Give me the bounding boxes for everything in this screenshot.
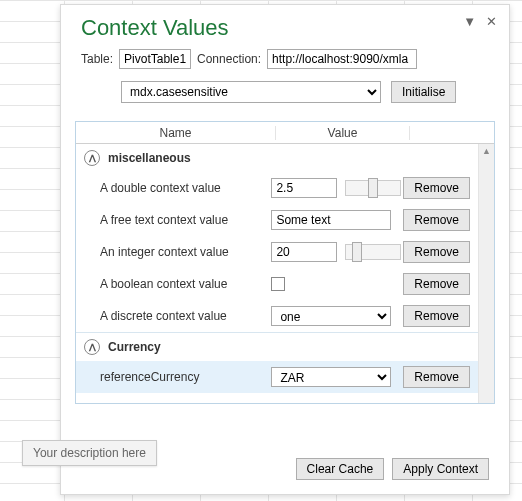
table-row: A discrete context value one Remove <box>76 300 494 332</box>
apply-context-button[interactable]: Apply Context <box>392 458 489 480</box>
context-values-pane: Context Values ▼ ✕ Table: Connection: md… <box>60 4 510 495</box>
discrete-select[interactable]: one <box>271 306 391 326</box>
close-icon[interactable]: ✕ <box>486 15 497 28</box>
grid-body: ▲ ᐱ miscellaneous A double context value… <box>76 144 494 403</box>
group-label-misc: miscellaneous <box>108 151 191 165</box>
row-name: A double context value <box>92 181 271 195</box>
row-name: referenceCurrency <box>92 370 271 384</box>
table-input[interactable] <box>119 49 191 69</box>
double-value-input[interactable] <box>271 178 337 198</box>
dropdown-icon[interactable]: ▼ <box>463 15 476 28</box>
table-row: A boolean context value Remove <box>76 268 494 300</box>
text-value-input[interactable] <box>271 210 391 230</box>
group-header-currency: ᐱ Currency <box>76 333 494 361</box>
table-label: Table: <box>81 52 113 66</box>
tooltip: Your description here <box>22 440 157 466</box>
chevron-up-icon[interactable]: ᐱ <box>84 339 100 355</box>
connection-label: Connection: <box>197 52 261 66</box>
integer-slider[interactable] <box>345 244 401 260</box>
column-name-header: Name <box>76 126 276 140</box>
remove-button[interactable]: Remove <box>403 366 470 388</box>
scroll-up-icon[interactable]: ▲ <box>479 144 494 158</box>
clear-cache-button[interactable]: Clear Cache <box>296 458 385 480</box>
table-row: A double context value Remove <box>76 172 494 204</box>
table-connection-row: Table: Connection: <box>81 49 493 69</box>
footer-buttons: Clear Cache Apply Context <box>296 458 489 480</box>
table-row: A free text context value Remove <box>76 204 494 236</box>
remove-button[interactable]: Remove <box>403 241 470 263</box>
column-value-header: Value <box>276 126 410 140</box>
group-label-currency: Currency <box>108 340 161 354</box>
group-header-misc: ᐱ miscellaneous <box>76 144 494 172</box>
property-select[interactable]: mdx.casesensitive <box>121 81 381 103</box>
row-name: A discrete context value <box>92 309 271 323</box>
integer-value-input[interactable] <box>271 242 337 262</box>
scrollbar[interactable]: ▲ <box>478 144 494 403</box>
boolean-checkbox[interactable] <box>271 277 285 291</box>
context-grid: Name Value ▲ ᐱ miscellaneous A double co… <box>75 121 495 404</box>
grid-header: Name Value <box>76 122 494 144</box>
remove-button[interactable]: Remove <box>403 209 470 231</box>
property-row: mdx.casesensitive Initialise <box>81 81 493 103</box>
connection-input[interactable] <box>267 49 417 69</box>
currency-select[interactable]: ZAR <box>271 367 391 387</box>
row-name: A free text context value <box>92 213 271 227</box>
table-row: referenceCurrency ZAR Remove <box>76 361 494 393</box>
remove-button[interactable]: Remove <box>403 177 470 199</box>
table-row: An integer context value Remove <box>76 236 494 268</box>
row-name: A boolean context value <box>92 277 271 291</box>
row-name: An integer context value <box>92 245 271 259</box>
remove-button[interactable]: Remove <box>403 305 470 327</box>
chevron-up-icon[interactable]: ᐱ <box>84 150 100 166</box>
double-slider[interactable] <box>345 180 401 196</box>
pane-header: Context Values ▼ ✕ Table: Connection: md… <box>61 5 509 111</box>
remove-button[interactable]: Remove <box>403 273 470 295</box>
initialise-button[interactable]: Initialise <box>391 81 456 103</box>
page-title: Context Values <box>81 15 493 41</box>
